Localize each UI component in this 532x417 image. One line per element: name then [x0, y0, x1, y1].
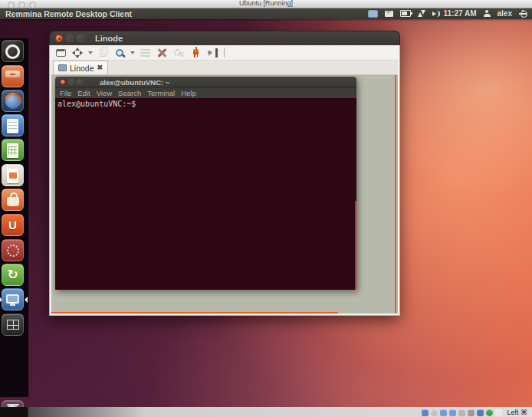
terminal-minimize-button[interactable]	[68, 79, 74, 85]
window-maximize-button[interactable]	[77, 34, 84, 42]
launcher: U↻	[0, 38, 28, 397]
connection-icon	[58, 64, 67, 71]
launcher-item-home-folder[interactable]	[0, 65, 28, 89]
session-gear-icon[interactable]	[519, 10, 527, 18]
desktop-wallpaper: Linode Linode ✖	[0, 19, 532, 407]
terminal-body[interactable]: alex@ubuntuVNC:~$	[55, 98, 356, 290]
usb-icon[interactable]	[458, 409, 465, 416]
tab-label: Linode	[70, 64, 94, 73]
launcher-item-libreoffice-writer[interactable]	[0, 114, 28, 138]
ubuntu-one-icon: U	[2, 214, 24, 236]
volume-icon[interactable]	[432, 11, 437, 17]
window-close-button[interactable]	[55, 34, 63, 42]
scale-mode-button[interactable]	[70, 46, 85, 59]
terminal-title: alex@ubuntuVNC: ~	[100, 78, 169, 87]
remmina-body: Linode ✖ alex@ubuntuVNC: ~	[49, 45, 400, 316]
dash-home-icon	[2, 40, 24, 62]
user-icon[interactable]	[484, 10, 491, 17]
window-minimize-button[interactable]	[66, 34, 74, 42]
launcher-item-libreoffice-calc[interactable]	[0, 139, 28, 163]
tab-linode[interactable]: Linode ✖	[53, 61, 108, 74]
vbox-statusbar: Left ⌘	[0, 407, 532, 417]
remote-desktop-right-edge	[395, 75, 397, 314]
launcher-item-libreoffice-impress[interactable]	[0, 164, 28, 188]
terminal-menu-file[interactable]: File	[60, 89, 71, 97]
battery-icon[interactable]	[400, 10, 411, 17]
screenshot-button[interactable]	[112, 46, 127, 59]
exit-button[interactable]	[205, 46, 220, 59]
system-settings-icon	[2, 239, 24, 261]
hard-disk-icon[interactable]	[422, 409, 429, 416]
screen: Ubuntu [Running] Remmina Remote Desktop …	[0, 0, 532, 417]
remmina-toolbar	[51, 45, 398, 61]
ubuntu-software-center-icon	[2, 189, 24, 211]
vbox-indicator-icons	[419, 406, 502, 417]
toolbar-separator	[224, 48, 225, 57]
host-window-titlebar: Ubuntu [Running]	[0, 0, 532, 8]
terminal-close-button[interactable]	[60, 79, 66, 85]
disconnect-button[interactable]	[188, 46, 203, 59]
terminal-menu-view[interactable]: View	[97, 89, 112, 97]
network-arrows-icon[interactable]	[418, 10, 425, 18]
remmina-window-title: Linode	[95, 34, 123, 43]
launcher-item-workspace-switcher[interactable]	[0, 314, 28, 337]
remmina-icon	[2, 288, 24, 310]
remmina-titlebar[interactable]: Linode	[49, 31, 400, 45]
audio-icon[interactable]	[440, 409, 447, 416]
host-key-label: Left ⌘	[507, 409, 527, 416]
tab-close-icon[interactable]: ✖	[97, 64, 103, 71]
scale-mode-button-dropdown-caret-icon[interactable]	[87, 46, 94, 59]
launcher-item-ubuntu-software-center[interactable]	[0, 189, 28, 212]
network-icon[interactable]	[449, 409, 456, 416]
launcher-item-system-settings[interactable]	[0, 239, 28, 263]
shared-folders-icon[interactable]	[468, 409, 475, 416]
firefox-icon	[2, 90, 24, 112]
preferences-button[interactable]	[154, 46, 169, 59]
clock[interactable]: 11:27 AM	[444, 9, 477, 18]
remmina-tabbar: Linode ✖	[51, 61, 398, 75]
username[interactable]: alex	[498, 9, 512, 18]
terminal-titlebar[interactable]: alex@ubuntuVNC: ~	[55, 77, 356, 88]
libreoffice-impress-icon	[2, 164, 24, 186]
terminal-menu-edit[interactable]: Edit	[77, 89, 90, 97]
mail-indicator-icon[interactable]	[385, 11, 393, 17]
software-updater-icon: ↻	[2, 264, 24, 286]
libreoffice-writer-icon	[2, 114, 24, 136]
launcher-item-ubuntu-one[interactable]: U	[0, 214, 28, 238]
terminal-prompt: alex@ubuntuVNC:~$	[57, 100, 136, 108]
host-window-title: Ubuntu [Running]	[0, 0, 532, 7]
keyboard-indicator-icon[interactable]	[368, 10, 378, 18]
duplicate-connection-button	[95, 46, 110, 59]
launcher-item-software-updater[interactable]: ↻	[0, 264, 28, 287]
mouse-integration-icon[interactable]	[486, 409, 493, 416]
display-icon[interactable]	[477, 409, 484, 416]
fullscreen-button[interactable]	[53, 46, 68, 59]
launcher-item-dash-home[interactable]	[0, 40, 28, 64]
launcher-item-firefox[interactable]	[0, 90, 28, 113]
grab-keyboard-button	[137, 46, 153, 59]
launcher-item-remmina[interactable]	[0, 288, 28, 312]
indicator-area: 11:27 AM alex	[368, 9, 527, 18]
keyboard-capture-icon[interactable]	[495, 409, 502, 416]
vnc-viewport[interactable]: alex@ubuntuVNC: ~ FileEditViewSearchTerm…	[51, 75, 398, 314]
libreoffice-calc-icon	[2, 139, 24, 161]
remmina-window: Linode Linode ✖	[49, 31, 400, 316]
terminal-window: alex@ubuntuVNC: ~ FileEditViewSearchTerm…	[55, 77, 356, 290]
redraw-artifact-line	[355, 201, 357, 290]
terminal-menubar: FileEditViewSearchTerminalHelp	[55, 88, 356, 98]
terminal-menu-terminal[interactable]: Terminal	[147, 89, 175, 97]
terminal-menu-search[interactable]: Search	[118, 89, 141, 97]
top-panel: Remmina Remote Desktop Client 11:27 AM a…	[0, 8, 532, 19]
remote-desktop-bottom-edge	[51, 312, 338, 314]
workspace-switcher-icon	[2, 314, 24, 336]
optical-disc-icon[interactable]	[431, 409, 438, 416]
focused-app-title[interactable]: Remmina Remote Desktop Client	[5, 9, 132, 18]
home-folder-icon	[2, 65, 24, 87]
terminal-maximize-button[interactable]	[77, 79, 83, 85]
terminal-menu-help[interactable]: Help	[181, 89, 196, 97]
plugins-button	[171, 46, 186, 59]
screenshot-button-dropdown-caret-icon[interactable]	[129, 46, 136, 59]
